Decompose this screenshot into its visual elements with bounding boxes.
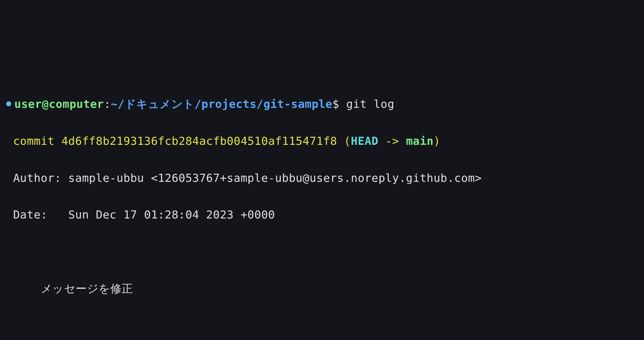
commit-header-0: commit 4d6ff8b2193136fcb284acfb004510af1… (6, 132, 638, 150)
date-value: Sun Dec 17 01:28:04 2023 +0000 (68, 208, 275, 221)
commit-author-0: Author: sample-ubbu <126053767+sample-ub… (6, 169, 638, 187)
terminal-output[interactable]: user@computer:~/ドキュメント/projects/git-samp… (6, 76, 638, 340)
sep: : (104, 98, 111, 110)
ref-arrow: -> (378, 135, 406, 147)
commit-label: commit (13, 135, 54, 147)
command-text: git log (346, 98, 394, 110)
cwd-path: ~/ドキュメント/projects/git-sample (111, 98, 332, 110)
message-text: メッセージを修正 (41, 282, 133, 295)
bullet-filled-icon (6, 101, 11, 106)
date-label: Date: (13, 208, 68, 221)
commit-hash: 4d6ff8b2193136fcb284acfb004510af115471f8 (61, 135, 337, 147)
branch-ref: main (406, 135, 434, 147)
head-ref: HEAD (351, 135, 379, 147)
commit-message-0: メッセージを修正 (6, 279, 638, 298)
blank-line (6, 242, 638, 261)
author-label: Author: (13, 172, 68, 184)
author-value: sample-ubbu <126053767+sample-ubbu@users… (68, 172, 482, 184)
dollar: $ (332, 98, 339, 110)
blank-line (6, 316, 638, 335)
commit-date-0: Date: Sun Dec 17 01:28:04 2023 +0000 (6, 205, 638, 224)
prompt-line-1: user@computer:~/ドキュメント/projects/git-samp… (6, 95, 638, 113)
user-host: user@computer (14, 98, 104, 110)
refs-close: ) (434, 135, 440, 147)
refs-open: ( (337, 135, 351, 147)
